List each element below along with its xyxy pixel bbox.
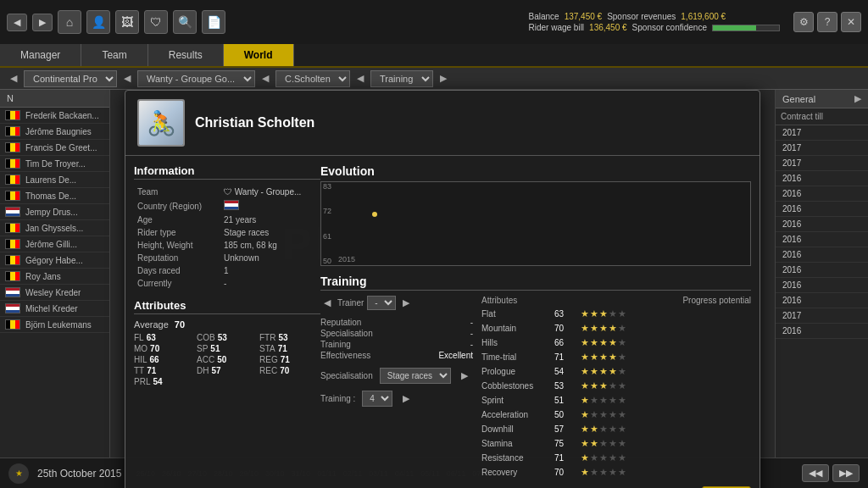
sidebar-rider-item[interactable]: Jempy Drus... [0,204,109,220]
training-arrow[interactable]: ▶ [399,391,413,406]
sidebar-rider-item[interactable]: Jérôme Baugnies [0,124,109,140]
y-label-83: 83 [323,182,331,191]
spec-select[interactable]: Stage races [380,368,451,384]
forward-button[interactable]: ▶ [32,14,53,31]
sidebar-rider-item[interactable]: Jan Ghyssels... [0,220,109,236]
attr-label: Flat [481,309,549,319]
stars-display: ★★★★★ [581,467,626,478]
sidebar-rider-item[interactable]: Laurens De... [0,172,109,188]
sidebar-rider-item[interactable]: Tim De Troyer... [0,156,109,172]
settings-icon[interactable]: ⚙ [793,12,814,32]
star-filled: ★ [581,438,589,449]
rider-name: Roy Jans [25,272,61,281]
rider-photo-inner: 🚴 [139,101,183,145]
subnav-arrow-3[interactable]: ◀ [259,71,272,86]
photo-icon[interactable]: 🖼 [115,10,139,34]
rider-flag [5,207,20,217]
subnav-arrow-1[interactable]: ◀ [7,71,20,86]
modal-body: Information Team 🛡 Wanty - Groupe... Cou… [125,156,760,488]
help-icon[interactable]: ? [817,12,837,32]
subnav-select-4[interactable]: Training [370,70,433,87]
team-logo: ★ [8,463,29,484]
star-filled: ★ [581,337,589,348]
contract-header: Contract till [776,108,868,125]
home-icon[interactable]: ⌂ [58,10,81,34]
timeline-forward[interactable]: ▶▶ [832,464,860,482]
subnav-select-2[interactable]: Wanty - Groupe Go... [137,70,255,87]
attrs-section-title: Attributes [134,299,320,314]
search-icon[interactable]: 🔍 [173,10,197,34]
sidebar-rider-item[interactable]: Björn Leukemans [0,317,109,333]
attr-val: 70 [554,468,576,477]
spec-label: Specialisation [320,371,373,380]
chart-x-label: 2015 [338,255,355,263]
sidebar-rider-item[interactable]: Wesley Kreder [0,285,109,301]
contract-year: 2016 [776,217,868,232]
back-button[interactable]: ◀ [7,14,27,31]
rider-name: Francis De Greet... [25,143,97,152]
tab-manager[interactable]: Manager [0,44,81,66]
rider-name: Gégory Habe... [25,256,83,265]
subnav-arrow-2[interactable]: ◀ [120,71,134,86]
timeline-back[interactable]: ◀◀ [802,464,829,482]
subnav-select-3[interactable]: C.Scholten [275,70,350,87]
rider-flag [5,255,20,265]
attr-progress-row: Cobblestones 53 ★★★★★ [481,380,751,391]
contract-year: 2017 [776,156,868,171]
contract-year: 2017 [776,141,868,156]
stars-display: ★★★★★ [581,380,626,391]
star-filled: ★ [581,323,589,334]
tab-results[interactable]: Results [148,44,224,66]
spec-row: Specialisation Stage races ▶ [320,368,473,384]
sidebar-rider-item[interactable]: Michel Kreder [0,301,109,317]
spec-arrow[interactable]: ▶ [458,369,471,383]
subnav-select-1[interactable]: Continental Pro [24,70,117,87]
star-empty: ★ [609,380,617,391]
star-empty: ★ [590,467,598,478]
attr-label: Hills [481,338,549,347]
sidebar-rider-item[interactable]: Thomas De... [0,188,109,204]
attr-val: 71 [554,352,576,362]
sidebar-rider-item[interactable]: Roy Jans [0,269,109,285]
training-row-label: Training [320,340,351,349]
trainer-select[interactable]: - [367,296,396,310]
reputation-value: Unknown [222,252,319,263]
star-filled: ★ [590,308,598,319]
wage-label: Rider wage bill [529,23,585,32]
person-icon[interactable]: 👤 [86,10,110,34]
contract-year: 2016 [776,324,868,339]
sidebar-rider-item[interactable]: Gégory Habe... [0,252,109,269]
attr-label: Time-trial [481,352,549,362]
attr-val: 50 [554,410,576,419]
tab-team[interactable]: Team [81,44,147,66]
stars-display: ★★★★★ [581,409,626,420]
y-label-50: 50 [323,257,331,265]
trainer-arrow-left[interactable]: ◀ [320,296,334,310]
star-empty: ★ [618,380,626,391]
info-table: Team 🛡 Wanty - Groupe... Country (Region… [134,185,320,291]
star-filled: ★ [599,352,608,363]
sidebar-rider-item[interactable]: Jérôme Gilli... [0,236,109,252]
sidebar-rider-item[interactable]: Francis De Greet... [0,140,109,156]
contract-year: 2016 [776,263,868,278]
trainer-arrow-right[interactable]: ▶ [399,296,413,310]
info-row-reputation: Reputation Unknown [136,252,319,263]
chart-data-point [372,212,377,217]
sidebar-arrow[interactable]: ▶ [854,93,861,104]
training-level-select[interactable]: 4 [362,391,392,407]
doc-icon[interactable]: 📄 [202,10,225,34]
attr-val: 66 [554,338,576,347]
attr-val: 51 [554,396,576,405]
star-filled: ★ [581,452,589,463]
attr-val: 54 [554,367,576,376]
subnav-arrow-5[interactable]: ▶ [437,71,450,86]
left-sidebar: N Frederik Backaen... Jérôme Baugnies Fr… [0,90,110,488]
star-empty: ★ [609,452,617,463]
close-icon[interactable]: ✕ [841,12,861,32]
star-filled: ★ [581,409,589,420]
shield-icon[interactable]: 🛡 [144,10,168,34]
sidebar-rider-item[interactable]: Frederik Backaen... [0,108,109,124]
subnav-arrow-4[interactable]: ◀ [353,71,367,86]
rider-flag [5,239,20,249]
tab-world[interactable]: World [224,44,294,66]
